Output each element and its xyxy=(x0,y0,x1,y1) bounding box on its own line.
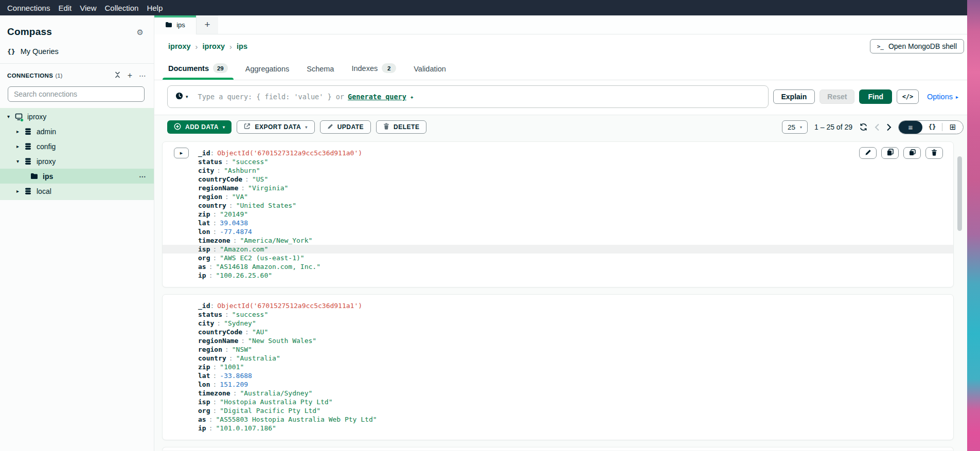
caret-down-icon[interactable]: ▾ xyxy=(16,158,24,164)
document-field-lon[interactable]: lon:-77.4874 xyxy=(163,227,953,236)
field-value: "Australia" xyxy=(236,354,280,363)
query-placeholder-text: Type a query: { field: 'value' } or xyxy=(198,93,344,101)
new-tab-button[interactable]: + xyxy=(197,15,218,34)
reset-button[interactable]: Reset xyxy=(819,89,854,104)
document-field-regionName[interactable]: regionName:"New South Wales" xyxy=(163,336,953,345)
query-input[interactable]: ▾ Type a query: { field: 'value' } orGen… xyxy=(167,85,769,108)
document-card[interactable]: _id:ObjectId('6701527512a9cc5c36d911a1')… xyxy=(162,294,954,440)
export-data-button[interactable]: EXPORT DATA ▾ xyxy=(237,120,314,134)
tab-ips[interactable]: ips xyxy=(154,15,197,34)
document-field-_id[interactable]: _id:ObjectId('6701527512a9cc5c36d911a1') xyxy=(163,301,953,310)
document-field-city[interactable]: city:"Ashburn" xyxy=(163,166,953,175)
vertical-scrollbar[interactable] xyxy=(957,156,962,231)
table-view-button[interactable]: ⊞ xyxy=(942,121,963,134)
breadcrumb-database[interactable]: iproxy xyxy=(203,42,225,50)
clone-document-button[interactable] xyxy=(903,147,921,159)
caret-right-icon[interactable]: ▸ xyxy=(16,143,24,149)
document-field-as[interactable]: as:"AS55803 Hostopia Australia Web Pty L… xyxy=(163,415,953,424)
document-card[interactable] xyxy=(162,447,954,450)
field-key: timezone xyxy=(198,236,230,245)
tab-documents[interactable]: Documents 29 xyxy=(168,63,228,80)
menu-item-view[interactable]: View xyxy=(76,4,100,12)
search-connections-input[interactable] xyxy=(8,86,145,102)
refresh-icon[interactable] xyxy=(859,123,868,131)
document-field-status[interactable]: status:"success" xyxy=(163,157,953,166)
document-field-countryCode[interactable]: countryCode:"US" xyxy=(163,175,953,184)
caret-down-icon[interactable]: ▾ xyxy=(7,114,14,119)
tab-schema[interactable]: Schema xyxy=(307,65,334,80)
document-field-status[interactable]: status:"success" xyxy=(163,310,953,319)
add-connection-icon[interactable]: + xyxy=(128,71,132,80)
breadcrumb-connection[interactable]: iproxy xyxy=(168,42,191,50)
find-button[interactable]: Find xyxy=(859,89,892,104)
edit-document-button[interactable] xyxy=(859,147,877,159)
document-field-org[interactable]: org:"Digital Pacific Pty Ltd" xyxy=(163,406,953,415)
caret-right-icon[interactable]: ▸ xyxy=(16,129,24,134)
document-field-zip[interactable]: zip:"1001" xyxy=(163,363,953,371)
document-field-country[interactable]: country:"United States" xyxy=(163,201,953,210)
connections-menu-icon[interactable]: ⋯ xyxy=(139,72,147,79)
delete-document-button[interactable] xyxy=(925,147,943,159)
menu-item-edit[interactable]: Edit xyxy=(54,4,76,12)
sidebar-database-iproxy[interactable]: ▾ iproxy xyxy=(0,154,154,169)
document-field-org[interactable]: org:"AWS EC2 (us-east-1)" xyxy=(163,254,953,262)
collection-menu-icon[interactable]: ⋯ xyxy=(139,173,147,180)
document-card[interactable]: ▶ _id:ObjectId('6701527312a9cc5c36d911a0… xyxy=(162,141,954,287)
document-field-region[interactable]: region:"NSW" xyxy=(163,345,953,354)
caret-right-icon[interactable]: ▸ xyxy=(16,188,24,194)
menu-item-collection[interactable]: Collection xyxy=(101,4,143,12)
update-button[interactable]: UPDATE xyxy=(320,120,371,134)
document-field-_id[interactable]: _id:ObjectId('6701527312a9cc5c36d911a0') xyxy=(163,149,953,157)
sidebar-collection-ips[interactable]: ips ⋯ xyxy=(0,169,154,184)
settings-gear-icon[interactable]: ⚙ xyxy=(137,28,144,36)
documents-count-badge: 29 xyxy=(213,63,228,73)
sidebar-connection-iproxy[interactable]: ▾ iproxy xyxy=(0,109,154,124)
document-field-lon[interactable]: lon:151.209 xyxy=(163,380,953,389)
document-field-lat[interactable]: lat:39.0438 xyxy=(163,219,953,227)
sidebar-database-admin[interactable]: ▸ admin xyxy=(0,124,154,139)
menu-item-help[interactable]: Help xyxy=(142,4,167,12)
add-data-button[interactable]: ADD DATA ▾ xyxy=(167,120,231,134)
sidebar-database-local[interactable]: ▸ local xyxy=(0,184,154,199)
tab-validation[interactable]: Validation xyxy=(414,65,446,80)
document-field-isp[interactable]: isp:"Hostopia Australia Pty Ltd" xyxy=(163,398,953,406)
copy-document-button[interactable] xyxy=(881,147,899,159)
options-link[interactable]: Options ▸ xyxy=(927,93,958,101)
breadcrumb-collection[interactable]: ips xyxy=(237,42,247,50)
field-colon: : xyxy=(217,319,221,328)
document-field-isp[interactable]: isp:"Amazon.com" xyxy=(163,245,953,254)
open-mongodb-shell-button[interactable]: >_ Open MongoDB shell xyxy=(870,39,964,53)
tab-aggregations[interactable]: Aggregations xyxy=(245,65,289,80)
document-field-timezone[interactable]: timezone:"America/New_York" xyxy=(163,236,953,245)
sidebar-database-config[interactable]: ▸ config xyxy=(0,139,154,154)
document-field-ip[interactable]: ip:"100.26.25.60" xyxy=(163,271,953,280)
caret-down-icon[interactable]: ▾ xyxy=(186,94,188,99)
query-history-clock-icon[interactable] xyxy=(175,92,183,102)
page-size-select[interactable]: 25 ▾ xyxy=(782,120,808,134)
document-field-as[interactable]: as:"AS14618 Amazon.com, Inc." xyxy=(163,262,953,271)
code-toggle-button[interactable]: </> xyxy=(897,89,919,104)
expand-document-button[interactable]: ▶ xyxy=(174,148,189,158)
list-view-button[interactable]: ≡ xyxy=(899,121,922,134)
document-field-timezone[interactable]: timezone:"Australia/Sydney" xyxy=(163,389,953,398)
generate-query-link[interactable]: Generate query xyxy=(348,93,406,101)
next-page-icon[interactable] xyxy=(886,123,892,131)
document-field-country[interactable]: country:"Australia" xyxy=(163,354,953,363)
sidebar-item-my-queries[interactable]: {} My Queries xyxy=(0,41,154,62)
document-field-ip[interactable]: ip:"101.0.107.186" xyxy=(163,424,953,432)
tab-indexes-label: Indexes xyxy=(351,64,378,73)
field-key: _id xyxy=(198,301,210,310)
tab-indexes[interactable]: Indexes 2 xyxy=(351,63,396,80)
menu-item-connections[interactable]: Connections xyxy=(3,4,54,12)
document-field-regionName[interactable]: regionName:"Virginia" xyxy=(163,184,953,192)
document-field-zip[interactable]: zip:"20149" xyxy=(163,210,953,219)
curly-braces-icon: {} xyxy=(7,48,15,56)
json-view-button[interactable]: {} xyxy=(922,121,942,134)
collapse-all-icon[interactable] xyxy=(114,71,121,80)
delete-button[interactable]: DELETE xyxy=(376,120,426,134)
document-field-region[interactable]: region:"VA" xyxy=(163,192,953,201)
document-field-lat[interactable]: lat:-33.8688 xyxy=(163,371,953,380)
explain-button[interactable]: Explain xyxy=(773,89,815,104)
document-field-city[interactable]: city:"Sydney" xyxy=(163,319,953,328)
document-field-countryCode[interactable]: countryCode:"AU" xyxy=(163,328,953,336)
